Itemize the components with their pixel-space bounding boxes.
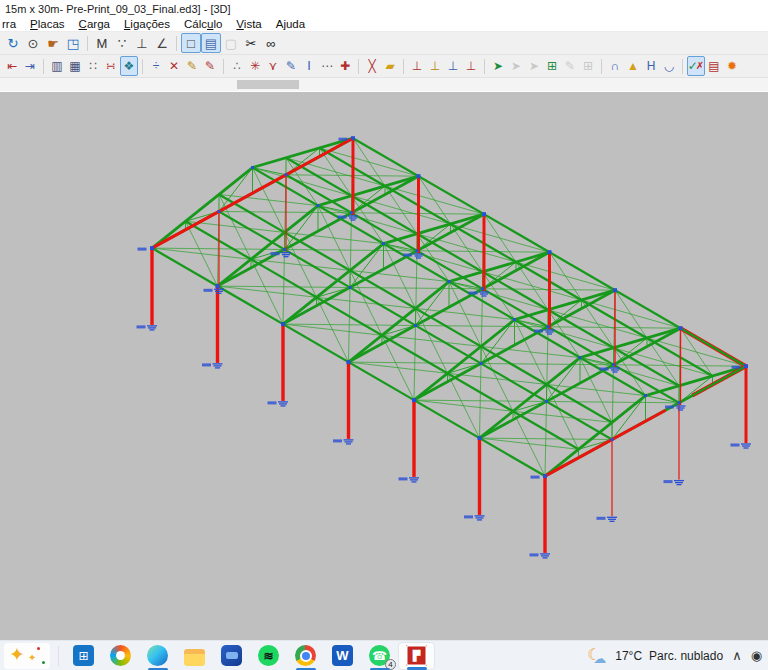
- node-star-icon[interactable]: ✳: [246, 56, 264, 76]
- node-flag-icon[interactable]: ✹: [723, 56, 741, 76]
- describe-arrow-icon-glyph: ➤: [493, 60, 503, 72]
- zoom-icon[interactable]: ⊙: [23, 33, 43, 53]
- ibeam-icon[interactable]: Ⅰ: [300, 56, 318, 76]
- node-array-delete-icon[interactable]: ∺: [102, 56, 120, 76]
- structure-3d-view[interactable]: [0, 92, 768, 640]
- menu-item-ajuda[interactable]: Ajuda: [269, 18, 312, 30]
- menu-item-clculo[interactable]: Cálculo: [177, 18, 229, 30]
- region-icon[interactable]: ▢: [221, 33, 241, 53]
- check-errors-toggle[interactable]: ✓✗: [687, 56, 705, 76]
- grid-icon[interactable]: ▦: [66, 56, 84, 76]
- weather-icon: ☾☁: [586, 645, 608, 667]
- chevron-up-icon[interactable]: ∧: [732, 648, 742, 663]
- edit-pencil-icon-glyph: ✎: [187, 60, 197, 72]
- redraw-icon[interactable]: ↻: [3, 33, 23, 53]
- taskbar-icon-whatsapp[interactable]: ☎4: [361, 642, 398, 670]
- toolbar-structure: ⇤⇥▥▦∷∺❖÷✕✎✎∴✳⋎✎Ⅰ⋯✚╳▰⊥⊥⊥⊥➤➤➤⊞✎⊞∩▲H◡✓✗▤✹: [0, 55, 768, 78]
- weather-widget[interactable]: ☾☁17°CParc. nublado: [586, 645, 723, 667]
- check-errors-toggle-glyph2: ✗: [696, 61, 704, 71]
- cut-icon[interactable]: ✂: [241, 33, 261, 53]
- menu-item-rra[interactable]: rra: [0, 18, 23, 30]
- menu-item-placas[interactable]: Placas: [23, 18, 72, 30]
- search-binoculars-icon-glyph: ∞: [266, 37, 275, 50]
- toolbar-separator: [142, 59, 143, 74]
- node-link-icon[interactable]: ∵: [112, 33, 132, 53]
- edit-pencil-icon[interactable]: ✎: [183, 56, 201, 76]
- paint-pencil-icon[interactable]: ✎: [201, 56, 219, 76]
- cable-sag-icon[interactable]: ◡: [660, 56, 678, 76]
- dimension-icon-glyph: ⇤: [7, 60, 17, 72]
- numbering-view-toggle[interactable]: ▤: [201, 33, 221, 53]
- support-triangle-icon[interactable]: ▲: [624, 56, 642, 76]
- sparkle-icon: ✦: [9, 643, 25, 666]
- portal-frame-icon[interactable]: ∩: [606, 56, 624, 76]
- taskbar-icon-copilot[interactable]: [102, 642, 139, 670]
- blocks-green-icon[interactable]: ⊞: [543, 56, 561, 76]
- toolbar-separator: [176, 36, 177, 51]
- node-plus-icon[interactable]: ÷: [147, 56, 165, 76]
- taskbar-icon-word[interactable]: W: [324, 642, 361, 670]
- search-binoculars-icon[interactable]: ∞: [261, 33, 281, 53]
- beam-delete-icon[interactable]: ⊥: [462, 56, 480, 76]
- angle-icon[interactable]: ∠: [152, 33, 172, 53]
- zoom-window-icon[interactable]: ◳: [63, 33, 83, 53]
- copilot-icon: [110, 645, 131, 666]
- menu-item-vista[interactable]: Vista: [229, 18, 268, 30]
- beam-load-icon-glyph: ⊥: [412, 60, 422, 72]
- node-delete-icon[interactable]: ✕: [165, 56, 183, 76]
- outline-view-toggle[interactable]: □: [181, 33, 201, 53]
- describe-arrow-icon[interactable]: ➤: [489, 56, 507, 76]
- grid-rows-icon[interactable]: ▥: [48, 56, 66, 76]
- view-3d-toggle[interactable]: ❖: [120, 56, 138, 76]
- toolbar-separator: [403, 59, 404, 74]
- profile-h-icon[interactable]: H: [642, 56, 660, 76]
- blocks-disabled-icon[interactable]: ⊞: [579, 56, 597, 76]
- dots-icon[interactable]: ⋯: [318, 56, 336, 76]
- beam-edit-icon[interactable]: ⊥: [426, 56, 444, 76]
- xbrace-icon-glyph: ╳: [368, 60, 375, 72]
- taskbar-icon-edge[interactable]: [139, 642, 176, 670]
- beam-support-icon[interactable]: ⊥: [444, 56, 462, 76]
- pen-disabled-icon[interactable]: ✎: [561, 56, 579, 76]
- beam-delete-icon-glyph: ⊥: [466, 60, 476, 72]
- mcalc3d-icon: ▛: [406, 645, 427, 666]
- sketch-pencil-icon[interactable]: ✎: [282, 56, 300, 76]
- funnel-icon[interactable]: ⋎: [264, 56, 282, 76]
- taskbar-icon-mcalc3d[interactable]: ▛: [398, 642, 435, 670]
- taskbar-icon-wallet[interactable]: [213, 642, 250, 670]
- node-plus-icon-glyph: ÷: [153, 60, 160, 72]
- wallet-icon: [221, 645, 242, 666]
- toolbar-separator: [484, 59, 485, 74]
- report-list-icon[interactable]: ▤: [705, 56, 723, 76]
- funnel-icon-glyph: ⋎: [269, 60, 278, 72]
- windows-search-button[interactable]: ✦✦: [4, 643, 50, 669]
- horizontal-scrollbar-thumb[interactable]: [237, 80, 299, 89]
- menu-item-ligaes[interactable]: Ligações: [117, 18, 177, 30]
- support-triangle-icon-glyph: ▲: [627, 60, 639, 72]
- node-array-delete-icon-glyph: ∺: [106, 60, 116, 72]
- record-icon[interactable]: ◉: [751, 648, 762, 663]
- photo-frame-icon[interactable]: M: [92, 33, 112, 53]
- taskbar-icon-spotify[interactable]: ≋: [250, 642, 287, 670]
- panel-icon[interactable]: ▰: [381, 56, 399, 76]
- file-explorer-icon: [184, 649, 205, 666]
- beam-load-icon[interactable]: ⊥: [408, 56, 426, 76]
- pan-hand-icon[interactable]: ☛: [43, 33, 63, 53]
- toolbar-separator: [87, 36, 88, 51]
- crosshair-icon[interactable]: ✚: [336, 56, 354, 76]
- angle-icon-glyph: ∠: [156, 37, 168, 50]
- arrow-disabled-icon[interactable]: ➤: [507, 56, 525, 76]
- node-array-icon[interactable]: ∷: [84, 56, 102, 76]
- taskbar-icon-chrome[interactable]: [287, 642, 324, 670]
- dimension-icon[interactable]: ⇤: [3, 56, 21, 76]
- word-icon: W: [332, 645, 353, 666]
- menu-item-carga[interactable]: Carga: [72, 18, 117, 30]
- xbrace-icon[interactable]: ╳: [363, 56, 381, 76]
- taskbar-icon-microsoft-store[interactable]: ⊞: [65, 642, 102, 670]
- title-bar: 15m x 30m- Pre-Print_09_03_Final.ed3] - …: [0, 0, 768, 17]
- small-node-icon[interactable]: ∴: [228, 56, 246, 76]
- arrow-disabled2-icon[interactable]: ➤: [525, 56, 543, 76]
- dimension-vertical-icon[interactable]: ⇥: [21, 56, 39, 76]
- perpendicular-icon[interactable]: ⊥: [132, 33, 152, 53]
- taskbar-icon-file-explorer[interactable]: [176, 642, 213, 670]
